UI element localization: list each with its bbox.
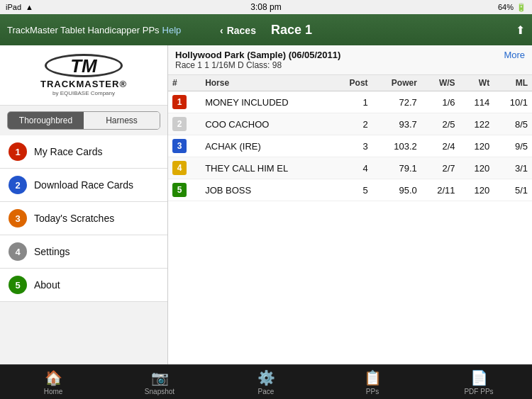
horses-table: # Horse Post Power W/S Wt ML 1 MONEY INC…: [168, 75, 532, 201]
equibase-label: by EQUIBASE Company: [52, 90, 115, 96]
cell-ws: 1/6: [421, 91, 460, 113]
race-cards-label: My Race Cards: [34, 146, 102, 157]
sidebar-item-settings[interactable]: 4 Settings: [0, 235, 167, 269]
cell-ws: 2/5: [421, 113, 460, 135]
settings-label: Settings: [34, 246, 70, 257]
table-row[interactable]: 3 ACHAK (IRE) 3 103.2 2/4 120 9/5: [168, 135, 532, 157]
ipad-label: iPad: [6, 3, 21, 11]
back-chevron-icon[interactable]: ‹: [220, 25, 223, 36]
battery-icon: 🔋: [516, 3, 526, 12]
main-layout: TM TRACKMASTER® by EQUIBASE Company Thor…: [0, 45, 532, 364]
col-ml: ML: [494, 75, 532, 91]
table-row[interactable]: 1 MONEY INCLUDED 1 72.7 1/6 114 10/1: [168, 91, 532, 113]
breed-segment-control[interactable]: Thoroughbred Harness: [7, 111, 160, 130]
home-icon: 🏠: [45, 369, 62, 386]
cell-wt: 120: [460, 179, 494, 201]
tab-pace[interactable]: ⚙️ Pace: [213, 369, 319, 395]
menu-badge-2: 2: [9, 176, 27, 194]
cell-ml: 5/1: [494, 179, 532, 201]
cell-power: 93.7: [372, 113, 421, 135]
cell-wt: 122: [460, 113, 494, 135]
sidebar-item-about[interactable]: 5 About: [0, 269, 167, 302]
cell-horse-name: COO CACHOO: [201, 113, 333, 135]
table-header-row: # Horse Post Power W/S Wt ML: [168, 75, 532, 91]
sidebar-item-race-cards[interactable]: 1 My Race Cards: [0, 135, 167, 169]
content-area: More Hollywood Park (Sample) (06/05/2011…: [168, 45, 532, 364]
col-ws: W/S: [421, 75, 460, 91]
cell-post-badge: 5: [168, 179, 201, 201]
bottom-tab-bar: 🏠 Home 📷 Snapshot ⚙️ Pace 📋 PPs 📄 PDF PP…: [0, 364, 532, 399]
cell-wt: 120: [460, 157, 494, 179]
logo-area: TM TRACKMASTER® by EQUIBASE Company: [0, 45, 167, 106]
tab-pdf-pps[interactable]: 📄 PDF PPs: [426, 369, 532, 395]
status-bar: iPad ▲ 3:08 pm 64% 🔋: [0, 0, 532, 14]
thoroughbred-tab[interactable]: Thoroughbred: [8, 112, 84, 129]
cell-post-badge: 2: [168, 113, 201, 135]
cell-power: 72.7: [372, 91, 421, 113]
tab-pps[interactable]: 📋 PPs: [319, 369, 426, 395]
cell-power: 79.1: [372, 157, 421, 179]
cell-wt: 114: [460, 91, 494, 113]
trackmaster-wordmark: TRACKMASTER®: [40, 79, 127, 89]
cell-post-num: 3: [333, 135, 372, 157]
cell-ws: 2/4: [421, 135, 460, 157]
cell-power: 95.0: [372, 179, 421, 201]
menu-badge-3: 3: [9, 209, 27, 227]
table-row[interactable]: 2 COO CACHOO 2 93.7 2/5 122 8/5: [168, 113, 532, 135]
download-race-cards-label: Download Race Cards: [34, 179, 133, 191]
battery-label: 64%: [498, 3, 514, 11]
sidebar-item-scratches[interactable]: 3 Today's Scratches: [0, 202, 167, 235]
menu-badge-4: 4: [9, 242, 27, 261]
col-wt: Wt: [460, 75, 494, 91]
wifi-icon: ▲: [26, 3, 33, 11]
cell-horse-name: ACHAK (IRE): [201, 135, 333, 157]
horses-body: 1 MONEY INCLUDED 1 72.7 1/6 114 10/1 2 C…: [168, 91, 532, 201]
cell-post-num: 1: [333, 91, 372, 113]
pace-icon: ⚙️: [257, 369, 275, 386]
tm-initials: TM: [70, 57, 97, 75]
track-name: Hollywood Park (Sample) (06/05/2011): [175, 50, 525, 60]
cell-wt: 120: [460, 135, 494, 157]
cell-post-badge: 1: [168, 91, 201, 113]
snapshot-icon: 📷: [151, 369, 169, 386]
about-label: About: [34, 279, 60, 291]
back-button[interactable]: Races: [227, 25, 256, 36]
cell-ws: 2/11: [421, 179, 460, 201]
snapshot-tab-label: Snapshot: [145, 388, 174, 395]
cell-ml: 3/1: [494, 157, 532, 179]
cell-ml: 10/1: [494, 91, 532, 113]
sidebar-item-download-race-cards[interactable]: 2 Download Race Cards: [0, 169, 167, 202]
cell-post-badge: 3: [168, 135, 201, 157]
app-name: TrackMaster Tablet Handicapper PPs: [7, 25, 160, 35]
pps-tab-label: PPs: [366, 388, 379, 395]
col-power: Power: [372, 75, 421, 91]
tab-home[interactable]: 🏠 Home: [0, 369, 106, 395]
cell-ws: 2/7: [421, 157, 460, 179]
home-tab-label: Home: [44, 388, 63, 395]
help-link[interactable]: Help: [162, 25, 182, 35]
cell-horse-name: MONEY INCLUDED: [201, 91, 333, 113]
cell-post-num: 5: [333, 179, 372, 201]
cell-post-num: 4: [333, 157, 372, 179]
col-number: #: [168, 75, 201, 91]
tab-snapshot[interactable]: 📷 Snapshot: [106, 369, 213, 395]
scratches-label: Today's Scratches: [34, 213, 114, 224]
trackmaster-logo: TM TRACKMASTER® by EQUIBASE Company: [34, 54, 133, 96]
sidebar: TM TRACKMASTER® by EQUIBASE Company Thor…: [0, 45, 168, 364]
col-horse: Horse: [201, 75, 333, 91]
menu-badge-5: 5: [9, 276, 27, 294]
col-post: Post: [333, 75, 372, 91]
table-row[interactable]: 4 THEY CALL HIM EL 4 79.1 2/7 120 3/1: [168, 157, 532, 179]
status-time: 3:08 pm: [250, 2, 281, 12]
table-row[interactable]: 5 JOB BOSS 5 95.0 2/11 120 5/1: [168, 179, 532, 201]
race-info-header: More Hollywood Park (Sample) (06/05/2011…: [168, 45, 532, 75]
race-title: Race 1: [271, 23, 312, 37]
cell-post-badge: 4: [168, 157, 201, 179]
more-link[interactable]: More: [504, 50, 525, 60]
cell-horse-name: JOB BOSS: [201, 179, 333, 201]
race-details: Race 1 1 1/16M D Class: 98: [175, 60, 525, 70]
cell-ml: 9/5: [494, 135, 532, 157]
harness-tab[interactable]: Harness: [84, 112, 160, 129]
cell-horse-name: THEY CALL HIM EL: [201, 157, 333, 179]
share-icon[interactable]: ⬆: [516, 24, 525, 36]
